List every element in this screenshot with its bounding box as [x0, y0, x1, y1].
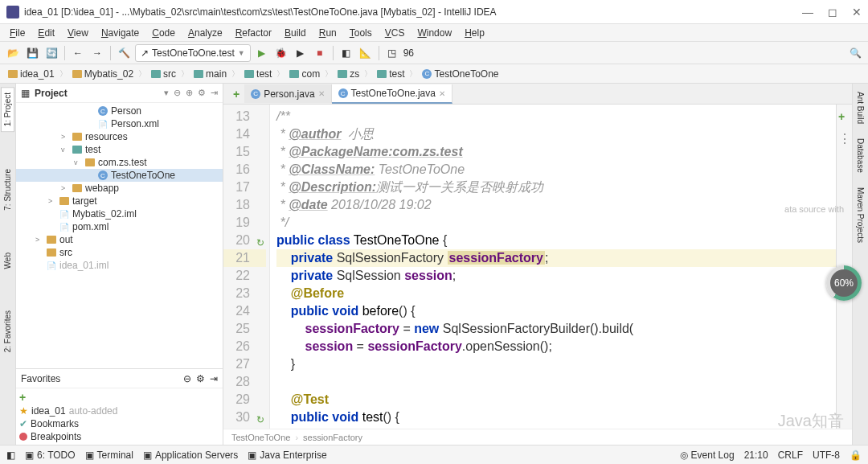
tree-item[interactable]: 📄Person.xml	[16, 117, 223, 130]
line-sep[interactable]: CRLF	[778, 450, 803, 461]
code-line[interactable]: sessionFactory = new SqlSessionFactoryBu…	[276, 320, 836, 338]
struct-icon[interactable]: ◧	[338, 45, 354, 61]
tool-icon[interactable]: ⋮	[838, 130, 850, 148]
favorite-item[interactable]: ✔Bookmarks	[16, 417, 223, 430]
new-tab-button[interactable]: +	[228, 88, 244, 101]
tool-tab[interactable]: Ant Build	[854, 87, 866, 129]
menu-refactor[interactable]: Refactor	[231, 26, 276, 40]
gear-icon[interactable]: ⚙	[198, 88, 206, 98]
statusbar-srv[interactable]: ▣Application Servers	[143, 450, 238, 461]
stop-button[interactable]: ■	[312, 45, 328, 61]
run-gutter-icon[interactable]: ↻	[256, 411, 264, 429]
breadcrumb-item[interactable]: src	[148, 68, 179, 80]
add-icon[interactable]: +	[838, 108, 850, 125]
close-tab-icon[interactable]: ✕	[318, 89, 325, 98]
breadcrumb-item[interactable]: idea_01	[5, 68, 58, 80]
code-line[interactable]: */	[276, 214, 836, 232]
code-line[interactable]: * @ClassName: TestOneToOne	[276, 161, 836, 179]
tool-tab[interactable]: Database	[854, 133, 866, 178]
menu-help[interactable]: Help	[460, 26, 489, 40]
tool-tab[interactable]: 1: Project	[1, 87, 14, 132]
tool-tab[interactable]: Maven Projects	[854, 183, 866, 248]
statusbar-term[interactable]: ▣Terminal	[85, 450, 133, 461]
tree-item[interactable]: 📄pom.xml	[16, 220, 223, 233]
hide-icon[interactable]: ⇥	[210, 373, 218, 384]
menu-edit[interactable]: Edit	[33, 26, 59, 40]
collapse-icon[interactable]: ⊖	[183, 373, 191, 384]
tree-item[interactable]: src	[16, 246, 223, 259]
tree-item[interactable]: >target	[16, 195, 223, 207]
tree-item[interactable]: CPerson	[16, 105, 223, 117]
editor-tab[interactable]: CTestOneToOne.java✕	[332, 84, 452, 104]
chevron-down-icon[interactable]: ▾	[164, 88, 169, 98]
close-icon[interactable]: ✕	[852, 6, 862, 18]
code-line[interactable]: public void before() {	[276, 302, 836, 320]
crumb-field[interactable]: sessionFactory	[303, 433, 362, 442]
event-log-button[interactable]: ◎Event Log	[680, 450, 735, 461]
menu-run[interactable]: Run	[314, 26, 342, 40]
code-line[interactable]: @Before	[276, 285, 836, 302]
code-line[interactable]: private SqlSession session;	[276, 267, 836, 285]
tree-item[interactable]: >resources	[16, 130, 223, 143]
menu-build[interactable]: Build	[280, 26, 311, 40]
coverage-button[interactable]: ▶	[293, 45, 309, 61]
run-config-selector[interactable]: ↗ TestOneToOne.test ▼	[135, 44, 251, 62]
code-line[interactable]: private SqlSessionFactory sessionFactory…	[276, 249, 836, 267]
editor-tab[interactable]: CPerson.java✕	[244, 84, 331, 103]
tree-item[interactable]: >webapp	[16, 182, 223, 195]
code-line[interactable]: * @Description:测试一对一关系是否映射成功	[276, 179, 836, 196]
menu-window[interactable]: Window	[412, 26, 457, 40]
breadcrumb-item[interactable]: main	[190, 68, 230, 80]
menu-view[interactable]: View	[63, 26, 93, 40]
code-line[interactable]: public void test() {	[276, 409, 836, 426]
code-line[interactable]: }	[276, 355, 836, 373]
save-icon[interactable]: 💾	[24, 45, 40, 61]
menu-file[interactable]: File	[5, 26, 30, 40]
breadcrumb-item[interactable]: Mybatis_02	[69, 68, 137, 80]
code-line[interactable]: session = sessionFactory.openSession();	[276, 338, 836, 355]
favorite-item[interactable]: ★idea_01 auto-added	[16, 404, 223, 417]
code-line[interactable]: * @author 小思	[276, 125, 836, 143]
code-line[interactable]: /**	[276, 108, 836, 125]
favorite-item[interactable]: Breakpoints	[16, 430, 223, 443]
menu-analyze[interactable]: Analyze	[183, 26, 227, 40]
code-line[interactable]: * @PackageName:com.zs.test	[276, 143, 836, 161]
redo-icon[interactable]: →	[89, 45, 105, 61]
breadcrumb-item[interactable]: zs	[334, 68, 362, 80]
menu-code[interactable]: Code	[147, 26, 180, 40]
code-line[interactable]: public class TestOneToOne {	[276, 232, 836, 249]
tool-toggle-icon[interactable]: ◧	[6, 450, 15, 461]
breadcrumb-item[interactable]: test	[374, 68, 407, 80]
debug-button[interactable]: 🐞	[273, 45, 289, 61]
statusbar-todo[interactable]: ▣6: TODO	[25, 450, 76, 461]
open-icon[interactable]: 📂	[5, 45, 21, 61]
gear-icon[interactable]: ⚙	[196, 373, 205, 384]
close-tab-icon[interactable]: ✕	[439, 89, 445, 98]
code-line[interactable]: * @date 2018/10/28 19:02	[276, 196, 836, 214]
tool-tab[interactable]: 7: Structure	[2, 164, 14, 216]
menu-vcs[interactable]: VCS	[380, 26, 410, 40]
crumb-class[interactable]: TestOneToOne	[231, 433, 290, 442]
tree-item[interactable]: CTestOneToOne	[16, 169, 223, 182]
tree-item[interactable]: >out	[16, 233, 223, 246]
menu-navigate[interactable]: Navigate	[96, 26, 144, 40]
tree-item[interactable]: 📄Mybatis_02.iml	[16, 207, 223, 220]
breadcrumb-item[interactable]: test	[241, 68, 275, 80]
tree-item[interactable]: vtest	[16, 143, 223, 156]
minimize-icon[interactable]: —	[802, 6, 813, 18]
breadcrumb-item[interactable]: com	[286, 68, 323, 80]
tool-tab[interactable]: Web	[2, 248, 14, 273]
encoding[interactable]: UTF-8	[813, 450, 840, 461]
run-button[interactable]: ▶	[254, 45, 270, 61]
target-icon[interactable]: ⊕	[186, 88, 193, 98]
add-favorite-button[interactable]: +	[19, 391, 26, 404]
refresh-icon[interactable]: 🔄	[43, 45, 59, 61]
hide-icon[interactable]: ⇥	[211, 88, 218, 98]
lock-icon[interactable]: 🔒	[850, 450, 862, 461]
statusbar-jee[interactable]: ▣Java Enterprise	[248, 450, 326, 461]
ruler-icon[interactable]: 📐	[358, 45, 374, 61]
undo-icon[interactable]: ←	[70, 45, 86, 61]
collapse-icon[interactable]: ⊖	[174, 88, 181, 98]
hammer-icon[interactable]: 🔨	[116, 45, 132, 61]
menu-tools[interactable]: Tools	[345, 26, 377, 40]
